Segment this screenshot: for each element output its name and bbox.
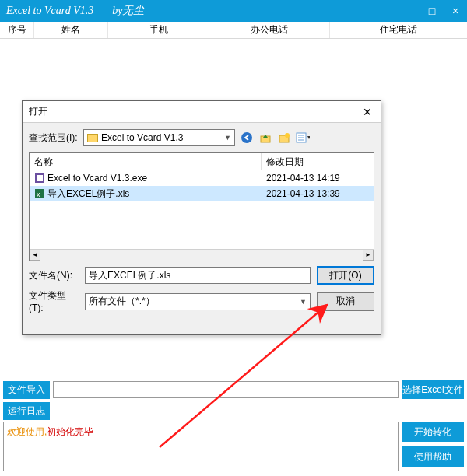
dialog-close-button[interactable]: ✕ — [360, 106, 374, 118]
filelist-col-date[interactable]: 修改日期 — [262, 153, 374, 170]
log-init: 初始化完毕 — [47, 426, 93, 437]
file-list[interactable]: 名称 修改日期 Excel to Vcard V1.3.exe 2021-04-… — [29, 152, 374, 261]
select-excel-button[interactable]: 选择Excel文件 — [402, 380, 464, 399]
chevron-down-icon: ▼ — [224, 134, 231, 142]
h-scrollbar[interactable]: ◄ ► — [30, 249, 374, 261]
open-dialog: 打开 ✕ 查找范围(I): Excel to Vcard V1.3 ▼ 名称 修… — [22, 100, 381, 335]
file-name: 导入EXCEL例子.xls — [47, 187, 129, 201]
scroll-right-icon[interactable]: ► — [363, 250, 374, 261]
xls-icon: x — [34, 188, 45, 199]
svg-rect-9 — [37, 175, 43, 181]
titlebar: Excel to Vcard V1.3 by无尘 — □ × — [0, 0, 467, 22]
back-icon[interactable] — [240, 131, 254, 145]
col-home: 住宅电话 — [330, 22, 467, 38]
app-title: Excel to Vcard V1.3 — [6, 5, 93, 17]
col-index: 序号 — [0, 22, 34, 38]
cancel-button[interactable]: 取消 — [317, 292, 374, 311]
file-date: 2021-04-13 14:19 — [262, 173, 374, 184]
col-office: 办公电话 — [209, 22, 330, 38]
runlog-label: 运行日志 — [3, 402, 50, 420]
dialog-titlebar: 打开 ✕ — [23, 101, 381, 123]
filelist-col-name[interactable]: 名称 — [30, 153, 262, 170]
open-button[interactable]: 打开(O) — [317, 266, 374, 285]
view-menu-icon[interactable] — [296, 131, 310, 145]
app-author: by无尘 — [112, 4, 144, 18]
start-convert-button[interactable]: 开始转化 — [402, 422, 464, 442]
log-textarea[interactable]: 欢迎使用,初始化完毕 — [3, 422, 399, 471]
filename-label: 文件名(N): — [29, 269, 79, 282]
dialog-title: 打开 — [29, 105, 47, 118]
col-mobile: 手机 — [108, 22, 209, 38]
chevron-down-icon: ▼ — [300, 298, 307, 306]
lookin-combo[interactable]: Excel to Vcard V1.3 ▼ — [83, 129, 235, 146]
minimize-button[interactable]: — — [397, 0, 420, 22]
file-import-label: 文件导入 — [3, 381, 50, 399]
file-row[interactable]: Excel to Vcard V1.3.exe 2021-04-13 14:19 — [30, 170, 374, 186]
filename-input[interactable]: 导入EXCEL例子.xls — [85, 267, 311, 284]
new-folder-icon[interactable] — [277, 131, 291, 145]
exe-icon — [34, 173, 45, 184]
up-folder-icon[interactable] — [258, 131, 272, 145]
lookin-value: Excel to Vcard V1.3 — [101, 132, 183, 143]
lookin-label: 查找范围(I): — [29, 131, 79, 145]
svg-text:x: x — [37, 191, 40, 198]
file-row[interactable]: x 导入EXCEL例子.xls 2021-04-13 13:39 — [30, 186, 374, 201]
log-welcome: 欢迎使用, — [7, 426, 47, 437]
grid-header: 序号 姓名 手机 办公电话 住宅电话 — [0, 22, 467, 39]
filetype-combo[interactable]: 所有文件（*.*）▼ — [85, 293, 311, 310]
svg-point-0 — [241, 132, 252, 143]
folder-icon — [87, 134, 98, 142]
file-name: Excel to Vcard V1.3.exe — [47, 173, 147, 184]
col-name: 姓名 — [34, 22, 108, 38]
scroll-left-icon[interactable]: ◄ — [30, 250, 40, 261]
file-import-input[interactable] — [53, 381, 399, 398]
close-button[interactable]: × — [444, 0, 467, 22]
filetype-label: 文件类型(T): — [29, 289, 79, 313]
svg-point-3 — [285, 133, 290, 138]
maximize-button[interactable]: □ — [420, 0, 444, 22]
file-date: 2021-04-13 13:39 — [262, 188, 374, 199]
help-button[interactable]: 使用帮助 — [402, 446, 464, 467]
